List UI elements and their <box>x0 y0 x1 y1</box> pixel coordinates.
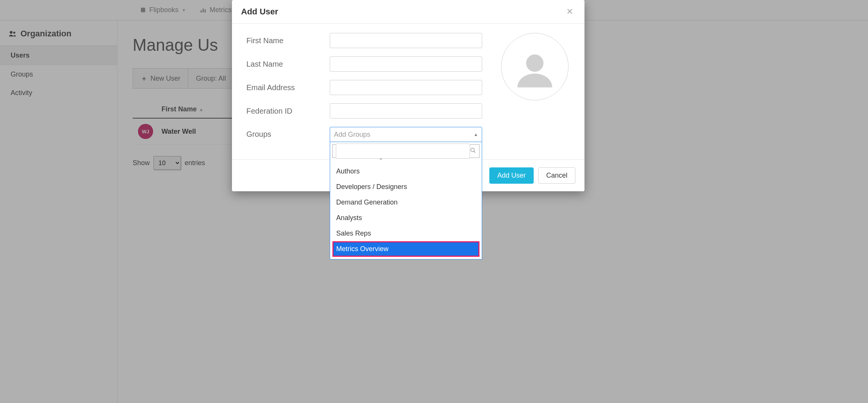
group-option[interactable]: Authors <box>332 164 479 179</box>
group-option[interactable]: Content Managers <box>332 159 479 164</box>
groups-list[interactable]: Content Managers Authors Developers / De… <box>332 159 479 257</box>
add-user-button-label: Add User <box>497 172 526 179</box>
svg-line-9 <box>474 151 475 153</box>
add-user-modal: Add User ✕ First Name Last Name Email Ad… <box>232 0 584 191</box>
federation-id-label: Federation ID <box>246 107 330 116</box>
groups-row: Groups Add Groups ▲ Content Managers <box>246 127 576 142</box>
federation-id-input[interactable] <box>330 103 482 119</box>
group-option[interactable]: Demand Generation <box>332 195 479 210</box>
first-name-input[interactable] <box>330 33 482 48</box>
cancel-button-label: Cancel <box>546 172 567 179</box>
last-name-label: Last Name <box>246 60 330 69</box>
close-icon[interactable]: ✕ <box>564 7 575 17</box>
add-user-button[interactable]: Add User <box>489 167 534 184</box>
groups-dropdown: Content Managers Authors Developers / De… <box>330 142 482 259</box>
modal-body: First Name Last Name Email Address Feder… <box>232 24 584 159</box>
email-input[interactable] <box>330 80 482 95</box>
groups-search <box>332 144 479 158</box>
triangle-up-icon: ▲ <box>474 132 478 137</box>
avatar-placeholder[interactable] <box>501 33 569 100</box>
groups-search-input[interactable] <box>336 144 470 159</box>
person-icon <box>514 49 556 91</box>
svg-point-8 <box>471 148 474 152</box>
group-option[interactable]: Sales Reps <box>332 226 479 241</box>
modal-title: Add User <box>241 7 278 17</box>
federation-id-row: Federation ID <box>246 103 576 119</box>
modal-header: Add User ✕ <box>232 0 584 24</box>
groups-field: Add Groups ▲ Content Managers Authors De… <box>330 127 482 142</box>
group-option[interactable]: Analysts <box>332 210 479 226</box>
group-option[interactable]: Developers / Designers <box>332 179 479 195</box>
cancel-button[interactable]: Cancel <box>538 167 575 184</box>
groups-select[interactable]: Add Groups ▲ <box>330 127 482 142</box>
groups-placeholder: Add Groups <box>334 131 370 139</box>
first-name-label: First Name <box>246 36 330 45</box>
group-option-highlighted[interactable]: Metrics Overview <box>332 241 479 257</box>
groups-label: Groups <box>246 127 330 139</box>
email-label: Email Address <box>246 83 330 92</box>
search-icon <box>470 147 476 155</box>
svg-point-7 <box>526 55 544 72</box>
last-name-input[interactable] <box>330 56 482 72</box>
